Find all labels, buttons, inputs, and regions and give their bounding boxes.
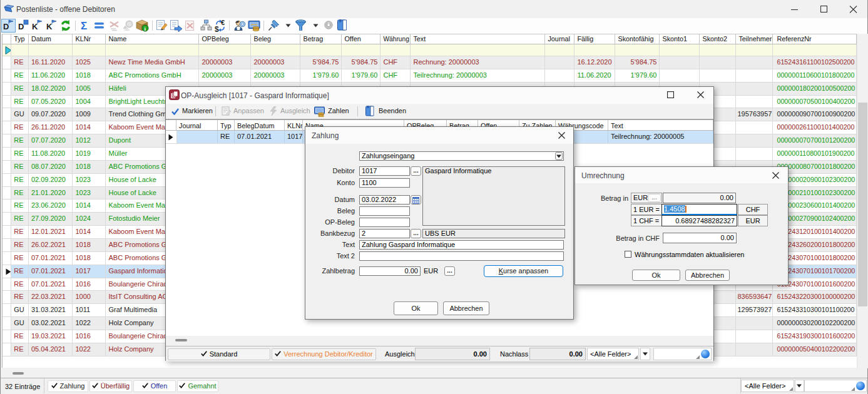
svg-text:D: D [3, 22, 9, 31]
svg-text:K: K [46, 22, 53, 31]
svg-text:Σ: Σ [81, 20, 87, 31]
svg-text:€: € [221, 19, 225, 26]
svg-text:$: $ [215, 25, 219, 33]
svg-text:D: D [18, 22, 24, 31]
svg-text:K: K [32, 22, 38, 31]
